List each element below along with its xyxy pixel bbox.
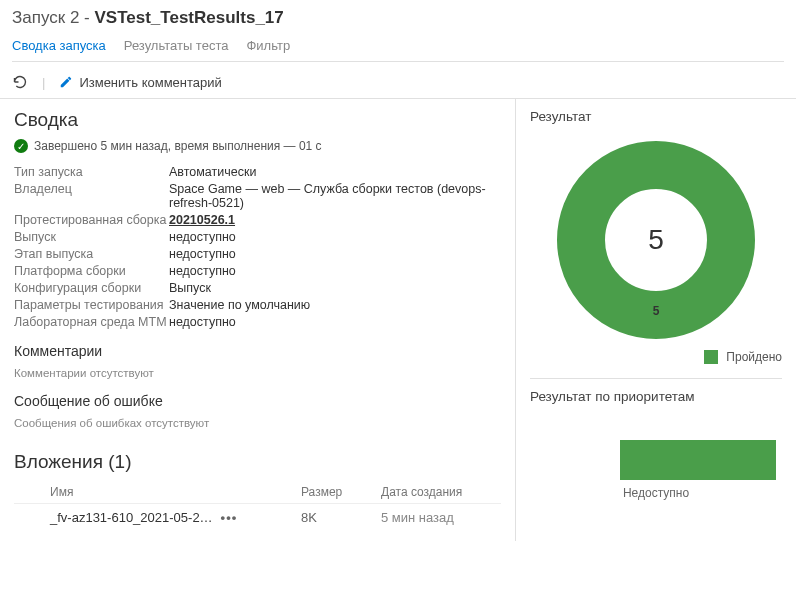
more-icon[interactable]: ••• bbox=[221, 510, 238, 525]
priority-x-label: Недоступно bbox=[530, 486, 782, 500]
edit-comment-label: Изменить комментарий bbox=[79, 75, 221, 90]
legend: Пройдено bbox=[530, 350, 782, 364]
prop-tested-build-value[interactable]: 20210526.1 bbox=[169, 213, 235, 227]
tab-summary[interactable]: Сводка запуска bbox=[12, 38, 106, 53]
attachment-date: 5 мин назад bbox=[381, 510, 501, 525]
error-heading: Сообщение об ошибке bbox=[14, 393, 501, 409]
title-prefix: Запуск 2 - bbox=[12, 8, 90, 27]
page-title: Запуск 2 - VSTest_TestResults_17 bbox=[12, 8, 784, 28]
panel-divider bbox=[530, 378, 782, 379]
donut-bottom-label: 5 bbox=[653, 304, 660, 318]
check-icon: ✓ bbox=[14, 139, 28, 153]
legend-label-passed: Пройдено bbox=[726, 350, 782, 364]
error-empty: Сообщения об ошибках отсутствуют bbox=[14, 417, 501, 429]
prop-build-platform-label: Платформа сборки bbox=[14, 264, 169, 278]
toolbar-separator: | bbox=[42, 75, 45, 90]
prop-test-settings-label: Параметры тестирования bbox=[14, 298, 169, 312]
comments-heading: Комментарии bbox=[14, 343, 501, 359]
prop-release-stage-label: Этап выпуска bbox=[14, 247, 169, 261]
summary-properties: Тип запускаАвтоматически ВладелецSpace G… bbox=[14, 165, 501, 329]
summary-heading: Сводка bbox=[14, 109, 501, 131]
prop-test-settings-value: Значение по умолчанию bbox=[169, 298, 310, 312]
prop-run-type-value: Автоматически bbox=[169, 165, 256, 179]
prop-release-stage-value: недоступно bbox=[169, 247, 236, 261]
prop-build-platform-value: недоступно bbox=[169, 264, 236, 278]
result-panel-title: Результат bbox=[530, 109, 782, 130]
edit-comment-button[interactable]: Изменить комментарий bbox=[59, 75, 221, 90]
attachment-row[interactable]: _fv-az131-610_2021-05-2… ••• 8K 5 мин на… bbox=[14, 504, 501, 531]
donut-chart: 5 5 bbox=[556, 140, 756, 340]
priority-bar bbox=[620, 440, 776, 480]
prop-run-type-label: Тип запуска bbox=[14, 165, 169, 179]
toolbar: | Изменить комментарий bbox=[0, 66, 796, 99]
col-date-header[interactable]: Дата создания bbox=[381, 485, 501, 499]
pencil-icon bbox=[59, 75, 73, 89]
attachment-name: _fv-az131-610_2021-05-2… bbox=[50, 510, 213, 525]
status-row: ✓ Завершено 5 мин назад, время выполнени… bbox=[14, 139, 501, 153]
comments-empty: Комментарии отсутствуют bbox=[14, 367, 501, 379]
legend-swatch-passed bbox=[704, 350, 718, 364]
prop-owner-label: Владелец bbox=[14, 182, 169, 210]
attachments-heading: Вложения (1) bbox=[14, 451, 501, 473]
status-text: Завершено 5 мин назад, время выполнения … bbox=[34, 139, 322, 153]
prop-owner-value: Space Game — web — Служба сборки тестов … bbox=[169, 182, 501, 210]
prop-release-label: Выпуск bbox=[14, 230, 169, 244]
donut-center-value: 5 bbox=[648, 224, 664, 256]
prop-build-config-label: Конфигурация сборки bbox=[14, 281, 169, 295]
tab-results[interactable]: Результаты теста bbox=[124, 38, 229, 53]
tabs: Сводка запуска Результаты теста Фильтр bbox=[12, 38, 784, 62]
prop-tested-build-label: Протестированная сборка bbox=[14, 213, 169, 227]
tab-filter[interactable]: Фильтр bbox=[246, 38, 290, 53]
col-name-header[interactable]: Имя bbox=[14, 485, 301, 499]
attachments-header: Имя Размер Дата создания bbox=[14, 481, 501, 504]
col-size-header[interactable]: Размер bbox=[301, 485, 381, 499]
prop-mtm-env-value: недоступно bbox=[169, 315, 236, 329]
prop-release-value: недоступно bbox=[169, 230, 236, 244]
attachment-size: 8K bbox=[301, 510, 381, 525]
priority-panel-title: Результат по приоритетам bbox=[530, 389, 782, 410]
refresh-icon[interactable] bbox=[12, 74, 28, 90]
priority-bar-chart: Недоступно bbox=[530, 420, 782, 500]
prop-mtm-env-label: Лабораторная среда MTM bbox=[14, 315, 169, 329]
title-main: VSTest_TestResults_17 bbox=[94, 8, 283, 27]
prop-build-config-value: Выпуск bbox=[169, 281, 211, 295]
